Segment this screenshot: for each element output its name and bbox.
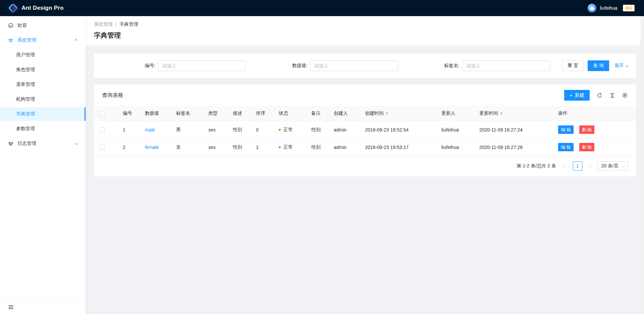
user-avatar-icon[interactable] <box>588 4 596 12</box>
row-checkbox[interactable] <box>99 127 105 133</box>
search-field-label: 标签名: <box>444 63 460 69</box>
data-table: 编号数据值标签名类型描述排序状态备注创建人创建时间更新人更新时间操作 1male… <box>94 106 636 156</box>
reset-button[interactable]: 重 置 <box>562 60 584 71</box>
table-card: 查询表格 + 新建 <box>94 85 636 176</box>
sidebar: 欢迎系统管理用户管理角色管理菜单管理机构管理字典管理参数管理日志管理 <box>0 16 86 314</box>
sidebar-item-角色管理[interactable]: 角色管理 <box>0 63 86 76</box>
expand-toggle[interactable]: 展开 <box>614 63 628 69</box>
column-header-creator: 创建人 <box>328 106 360 121</box>
value-link[interactable]: male <box>145 127 155 133</box>
cell-type: sex <box>203 121 227 139</box>
sidebar-item-label: 系统管理 <box>17 37 36 43</box>
sorter-icon <box>386 112 388 115</box>
sidebar-item-label: 日志管理 <box>17 141 36 147</box>
sidebar-menu: 欢迎系统管理用户管理角色管理菜单管理机构管理字典管理参数管理日志管理 <box>0 16 86 300</box>
chevron-down-icon <box>622 164 625 167</box>
new-button[interactable]: + 新建 <box>564 90 590 101</box>
cell-status: 正常 <box>273 139 306 156</box>
edit-button[interactable]: 编 辑 <box>558 125 574 134</box>
column-header-sort: 排序 <box>251 106 273 121</box>
search-field-2: 标签名: <box>406 60 558 71</box>
pagination-total: 第 1-2 条/总共 2 条 <box>517 163 556 169</box>
sidebar-item-字典管理[interactable]: 字典管理 <box>0 107 86 121</box>
status-text: 正常 <box>283 127 293 132</box>
select-cell <box>94 121 117 139</box>
cell-type: sex <box>203 139 227 156</box>
edit-button[interactable]: 编 辑 <box>558 143 574 151</box>
action-divider <box>576 127 577 132</box>
chevron-down-icon <box>75 141 78 145</box>
cell-_actions: 编 辑删 除 <box>553 121 636 139</box>
sidebar-footer <box>0 300 86 314</box>
sidebar-item-用户管理[interactable]: 用户管理 <box>0 48 86 62</box>
logo[interactable]: Ant Design Pro <box>5 3 64 13</box>
sidebar-item-label: 机构管理 <box>16 96 35 102</box>
search-field-1: 数据值: <box>254 60 406 71</box>
select-cell <box>94 139 117 156</box>
reload-icon[interactable] <box>596 92 602 98</box>
toolbar-actions: + 新建 <box>564 90 628 101</box>
crown-icon <box>8 38 13 43</box>
column-header-status: 状态 <box>273 106 306 121</box>
row-checkbox[interactable] <box>99 145 105 150</box>
column-header-_actions: 操作 <box>553 106 636 121</box>
density-icon[interactable] <box>609 92 615 98</box>
column-header-type: 类型 <box>203 106 227 121</box>
cell-create_time: 2018-09-23 19:53:17 <box>360 139 436 156</box>
search-field-0: 编号: <box>102 60 254 71</box>
cell-desc: 性别 <box>227 121 251 139</box>
search-input-2[interactable] <box>462 60 550 71</box>
search-form-card: 编号:数据值:标签名: 重 置 查 询 展开 <box>94 54 636 78</box>
chevron-up-icon <box>74 39 78 43</box>
sidebar-item-菜单管理[interactable]: 菜单管理 <box>0 78 86 91</box>
status-dot-icon <box>279 146 281 148</box>
cell-update_time: 2020-11-09 16:27:24 <box>474 121 553 139</box>
cell-status: 正常 <box>273 121 306 139</box>
sidebar-item-机构管理[interactable]: 机构管理 <box>0 93 86 106</box>
page-size-select[interactable]: 20 条/页 <box>598 161 628 171</box>
cell-creator: admin <box>328 121 360 139</box>
query-button[interactable]: 查 询 <box>588 60 609 71</box>
delete-button[interactable]: 删 除 <box>579 143 595 151</box>
pagination: 第 1-2 条/总共 2 条 1 20 条/页 <box>94 156 636 176</box>
page-number-button[interactable]: 1 <box>573 161 582 171</box>
sidebar-item-label: 字典管理 <box>16 111 35 117</box>
prev-page-button[interactable] <box>560 161 570 171</box>
sidebar-item-系统管理[interactable]: 系统管理 <box>0 34 86 47</box>
select-all-checkbox[interactable] <box>99 111 105 116</box>
sidebar-item-日志管理[interactable]: 日志管理 <box>0 137 86 150</box>
delete-button[interactable]: 删 除 <box>579 125 595 134</box>
sortable-header[interactable]: 创建时间 <box>365 110 388 116</box>
plus-icon: + <box>570 93 573 98</box>
search-input-1[interactable] <box>310 60 398 71</box>
sidebar-item-label: 角色管理 <box>16 67 35 73</box>
sidebar-item-参数管理[interactable]: 参数管理 <box>0 122 86 136</box>
column-header-remark: 备注 <box>306 106 328 121</box>
cell-id: 2 <box>117 139 140 156</box>
cell-desc: 性别 <box>227 139 251 156</box>
sidebar-item-欢迎[interactable]: 欢迎 <box>0 19 86 32</box>
sortable-header[interactable]: 更新时间 <box>479 110 503 116</box>
cell-sort: 0 <box>251 121 273 139</box>
username[interactable]: liufeihua <box>600 5 617 11</box>
sidebar-item-label: 用户管理 <box>16 52 35 58</box>
breadcrumb-item-system[interactable]: 系统管理 <box>94 21 113 28</box>
next-page-button[interactable] <box>585 161 595 171</box>
table-row: 2female女sex性别1正常性别admin2018-09-23 19:53:… <box>94 139 636 156</box>
search-field-label: 编号: <box>145 63 156 69</box>
column-header-value: 数据值 <box>140 106 171 121</box>
action-divider <box>576 145 577 150</box>
search-input-0[interactable] <box>158 60 246 71</box>
sidebar-item-label: 菜单管理 <box>16 82 35 88</box>
menu-fold-icon[interactable] <box>8 304 14 310</box>
settings-gear-icon[interactable] <box>622 92 628 98</box>
page-size-value: 20 条/页 <box>601 163 619 169</box>
select-all-header-cell <box>94 106 117 121</box>
app-header: Ant Design Pro liufeihua dev <box>0 0 644 16</box>
scrollbar[interactable] <box>641 16 644 314</box>
cell-tag: 男 <box>171 121 203 139</box>
cell-remark: 性别 <box>306 121 328 139</box>
expand-label: 展开 <box>614 63 624 69</box>
value-link[interactable]: female <box>145 145 159 150</box>
table-header-row: 编号数据值标签名类型描述排序状态备注创建人创建时间更新人更新时间操作 <box>94 106 636 121</box>
